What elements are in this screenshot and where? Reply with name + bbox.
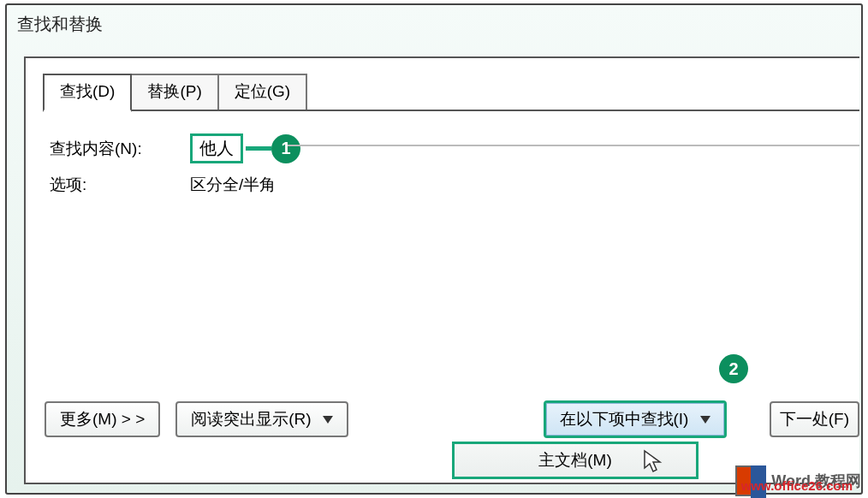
window-title: 查找和替换 bbox=[17, 13, 103, 36]
dialog-body: 查找(D) 替换(P) 定位(G) 查找内容(N): 他人 1 bbox=[24, 56, 859, 484]
form-area: 查找内容(N): 他人 1 选项: 区分全/半角 bbox=[50, 133, 859, 196]
more-button[interactable]: 更多(M) > > bbox=[45, 401, 160, 437]
find-in-menu: 主文档(M) bbox=[452, 442, 699, 479]
button-bar: 更多(M) > > 阅读突出显示(R) 在以下项中查找(I) 2 下一处(F) bbox=[45, 400, 859, 438]
cursor-icon bbox=[643, 449, 663, 475]
find-content-label: 查找内容(N): bbox=[50, 138, 169, 160]
input-underline bbox=[288, 145, 859, 146]
chevron-down-icon bbox=[700, 416, 710, 424]
chevron-down-icon bbox=[323, 416, 333, 424]
callout-2: 2 bbox=[719, 354, 748, 383]
find-next-button[interactable]: 下一处(F) bbox=[770, 401, 859, 437]
tab-find[interactable]: 查找(D) bbox=[43, 74, 132, 112]
titlebar: 查找和替换 bbox=[7, 5, 861, 43]
tab-strip: 查找(D) 替换(P) 定位(G) bbox=[43, 74, 868, 110]
tab-replace[interactable]: 替换(P) bbox=[130, 74, 218, 110]
watermark: Word 教程网 www.office26.com bbox=[735, 465, 861, 496]
watermark-line2: www.office26.com bbox=[741, 478, 853, 493]
reading-highlight-button[interactable]: 阅读突出显示(R) bbox=[175, 401, 348, 437]
options-value: 区分全/半角 bbox=[190, 174, 276, 196]
tab-goto[interactable]: 定位(G) bbox=[217, 74, 307, 110]
options-label: 选项: bbox=[50, 174, 169, 196]
tab-underline bbox=[43, 110, 859, 111]
find-content-input[interactable]: 他人 bbox=[190, 133, 243, 163]
dialog-window: 查找和替换 查找(D) 替换(P) 定位(G) 查找内容(N): 他人 bbox=[5, 3, 863, 495]
find-in-button[interactable]: 在以下项中查找(I) bbox=[544, 400, 727, 438]
callout-1: 1 bbox=[246, 134, 300, 163]
menu-item-main-document[interactable]: 主文档(M) bbox=[538, 449, 611, 471]
